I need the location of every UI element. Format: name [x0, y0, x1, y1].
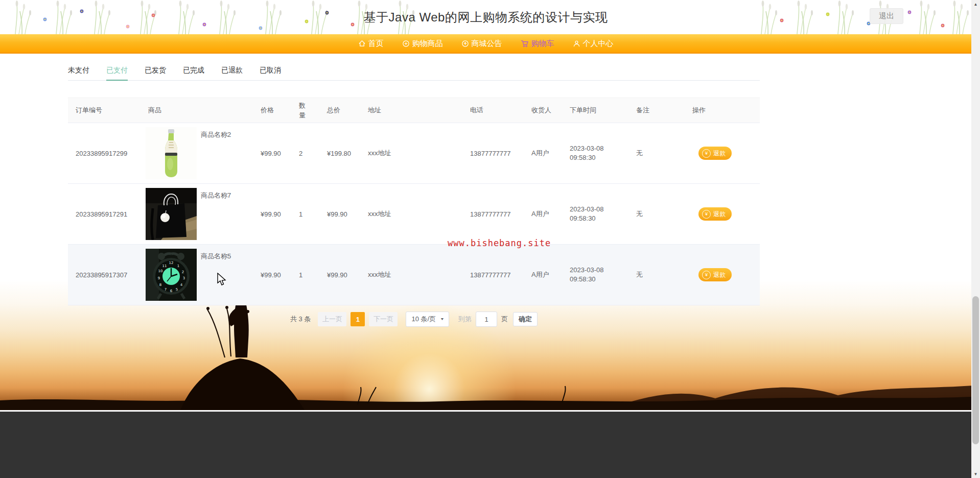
mouse-cursor	[217, 273, 228, 286]
tab-unpaid[interactable]: 未支付	[68, 60, 89, 80]
scroll-down-arrow-icon[interactable]: ▼	[971, 470, 980, 478]
consignee-cell: A用户	[524, 149, 562, 158]
product-image-alarm-clock[interactable]: 1212 345 678 91011	[146, 249, 197, 301]
main-navbar: 首页 购物商品 商城公告 购物车 个人中心	[0, 34, 980, 54]
refund-button[interactable]: ¥ 退款	[698, 147, 732, 160]
prev-page-button[interactable]: 上一页	[318, 312, 346, 326]
orders-table: 订单编号 商品 价格 数量 总价 地址 电话 收货人 下单时间 备注 操作 20…	[68, 98, 760, 305]
logout-button[interactable]: 退出	[870, 8, 903, 24]
page-size-select[interactable]: 10 条/页 ▼	[406, 312, 449, 327]
header-qty: 数量	[291, 101, 319, 121]
tab-completed[interactable]: 已完成	[183, 60, 204, 80]
tab-paid[interactable]: 已支付	[106, 60, 128, 80]
qty-cell: 2	[291, 150, 319, 157]
header-consignee: 收货人	[524, 106, 562, 115]
pagination-total: 共 3 条	[290, 315, 311, 324]
jump-suffix-label: 页	[501, 315, 508, 324]
header-order-time: 下单时间	[562, 106, 628, 115]
tab-shipped[interactable]: 已发货	[145, 60, 166, 80]
order-time-cell: 2023-03-08 09:58:30	[562, 266, 628, 283]
header-order-no: 订单编号	[68, 106, 141, 115]
header-total: 总价	[319, 106, 360, 115]
product-name: 商品名称7	[201, 191, 231, 200]
total-cell: ¥199.80	[319, 150, 360, 157]
page-header: 基于Java Web的网上购物系统的设计与实现 退出	[0, 0, 980, 34]
page-number-1[interactable]: 1	[351, 312, 365, 326]
header-actions: 操作	[685, 106, 760, 115]
table-row: 20233895917307 1212 345 678	[68, 245, 760, 305]
goods-icon	[402, 40, 410, 47]
header-note: 备注	[628, 106, 685, 115]
header-address: 地址	[360, 106, 462, 115]
table-row: 20233895917299 商品名称2 ¥99.90 2	[68, 123, 760, 184]
svg-text:9: 9	[158, 276, 160, 280]
svg-text:8: 8	[159, 283, 161, 287]
header-product: 商品	[141, 106, 253, 115]
header-price: 价格	[253, 106, 291, 115]
scroll-up-arrow-icon[interactable]: ▲	[971, 0, 980, 8]
order-number: 20233895917299	[68, 150, 141, 157]
nav-item-profile[interactable]: 个人中心	[573, 39, 614, 49]
vertical-scrollbar[interactable]: ▲ ▼	[971, 0, 980, 478]
table-row: 20233895917291	[68, 184, 760, 245]
order-status-tabs: 未支付 已支付 已发货 已完成 已退款 已取消	[68, 60, 760, 81]
page-footer	[0, 410, 980, 478]
note-cell: 无	[628, 209, 685, 219]
address-cell: xxx地址	[360, 149, 462, 158]
table-header-row: 订单编号 商品 价格 数量 总价 地址 电话 收货人 下单时间 备注 操作	[68, 98, 760, 123]
yen-circle-icon: ¥	[702, 210, 711, 219]
nav-item-cart[interactable]: 购物车	[521, 39, 554, 49]
total-cell: ¥99.90	[319, 210, 360, 218]
jump-page-input[interactable]	[476, 312, 497, 327]
total-cell: ¥99.90	[319, 271, 360, 279]
qty-cell: 1	[291, 271, 319, 279]
consignee-cell: A用户	[524, 270, 562, 279]
next-page-button[interactable]: 下一页	[369, 312, 398, 326]
price-cell: ¥99.90	[253, 210, 291, 218]
qty-cell: 1	[291, 210, 319, 218]
svg-text:5: 5	[176, 288, 178, 292]
svg-text:3: 3	[183, 276, 185, 280]
svg-text:12: 12	[169, 261, 174, 265]
nav-item-goods[interactable]: 购物商品	[402, 39, 443, 49]
page-title: 基于Java Web的网上购物系统的设计与实现	[0, 0, 971, 34]
header-phone: 电话	[462, 106, 524, 115]
announcement-icon	[461, 40, 469, 47]
note-cell: 无	[628, 270, 685, 279]
order-time-cell: 2023-03-08 09:58:30	[562, 205, 628, 223]
svg-text:7: 7	[165, 288, 167, 292]
cart-icon	[521, 40, 529, 47]
yen-circle-icon: ¥	[702, 149, 711, 158]
note-cell: 无	[628, 149, 685, 158]
refund-button[interactable]: ¥ 退款	[698, 207, 732, 221]
pagination-bar: 共 3 条 上一页 1 下一页 10 条/页 ▼ 到第 页 确定	[68, 312, 760, 327]
svg-text:4: 4	[180, 283, 183, 287]
address-cell: xxx地址	[360, 209, 462, 219]
price-cell: ¥99.90	[253, 271, 291, 279]
jump-prefix-label: 到第	[458, 315, 472, 324]
svg-text:11: 11	[162, 264, 167, 268]
yen-circle-icon: ¥	[702, 271, 711, 279]
price-cell: ¥99.90	[253, 150, 291, 157]
tab-cancelled[interactable]: 已取消	[260, 60, 281, 80]
site-watermark: www.bishebang.site	[448, 238, 551, 248]
order-number: 20233895917291	[68, 210, 141, 218]
product-image-bottle[interactable]	[146, 127, 197, 179]
order-list-panel: 未支付 已支付 已发货 已完成 已退款 已取消 订单编号 商品 价格 数量 总价…	[68, 54, 760, 305]
svg-text:10: 10	[158, 269, 163, 273]
user-icon	[573, 40, 580, 47]
jump-confirm-button[interactable]: 确定	[513, 312, 538, 326]
refund-button[interactable]: ¥ 退款	[698, 268, 732, 281]
phone-cell: 13877777777	[462, 271, 524, 279]
scrollbar-thumb[interactable]	[972, 296, 979, 444]
tab-refunded[interactable]: 已退款	[221, 60, 243, 80]
nav-item-announcements[interactable]: 商城公告	[461, 39, 502, 49]
product-name: 商品名称5	[201, 252, 231, 261]
order-time-cell: 2023-03-08 09:58:30	[562, 144, 628, 162]
svg-text:1: 1	[177, 264, 179, 268]
order-number: 20233895917307	[68, 271, 141, 279]
nav-item-home[interactable]: 首页	[358, 39, 384, 49]
product-image-handbag[interactable]	[146, 188, 197, 240]
svg-text:6: 6	[170, 289, 173, 293]
phone-cell: 13877777777	[462, 210, 524, 218]
